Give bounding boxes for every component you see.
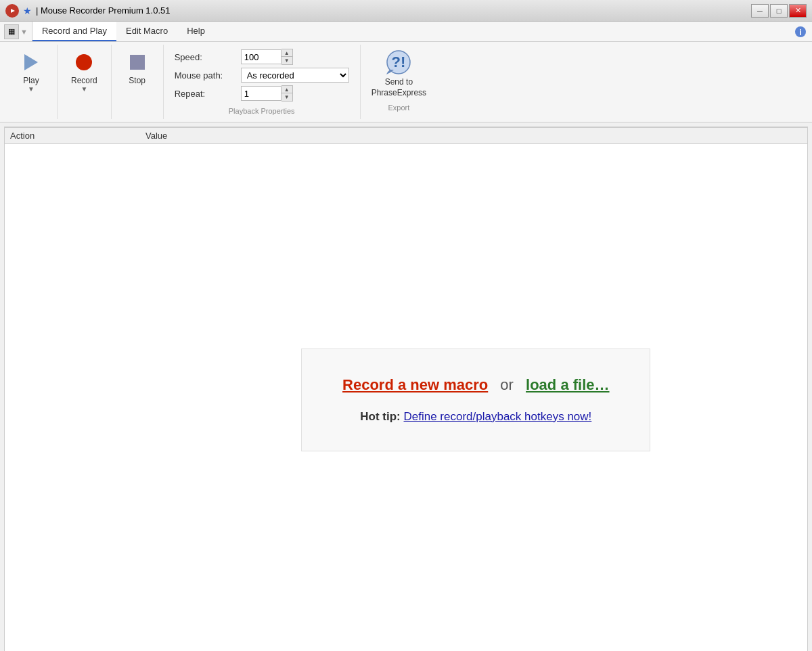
stop-buttons: Stop xyxy=(120,47,155,88)
menu-bar: ▦ ▼ Record and Play Edit Macro Help i xyxy=(0,22,812,42)
repeat-down-button[interactable]: ▼ xyxy=(281,93,292,101)
title-bar-left: ★ | Mouse Recorder Premium 1.0.51 xyxy=(5,4,170,18)
mouse-path-label: Mouse path: xyxy=(175,70,235,81)
window-controls: ─ □ ✕ xyxy=(751,4,807,18)
toolbar: Play ▼ Record ▼ Stop xyxy=(0,42,812,122)
mouse-path-select[interactable]: As recorded Straight line xyxy=(241,68,349,83)
stop-group: Stop xyxy=(112,45,164,119)
play-button[interactable]: Play ▼ xyxy=(14,47,49,95)
play-group: Play ▼ xyxy=(5,45,58,119)
record-dropdown-icon: ▼ xyxy=(81,85,87,93)
menu-icon: ▦ xyxy=(4,24,19,39)
pin-icon: ★ xyxy=(23,5,32,16)
title-bar-title: | Mouse Recorder Premium 1.0.51 xyxy=(36,5,170,16)
repeat-input[interactable] xyxy=(241,86,281,101)
record-button[interactable]: Record ▼ xyxy=(66,47,103,95)
maximize-button[interactable]: □ xyxy=(770,4,788,18)
stop-label: Stop xyxy=(129,76,145,85)
load-file-link[interactable]: load a file… xyxy=(526,376,609,393)
info-icon: i xyxy=(794,26,807,38)
main-area: Action Value Record a new macro or load … xyxy=(4,127,808,651)
repeat-input-group: ▲ ▼ xyxy=(241,85,293,102)
menu-item-help[interactable]: Help xyxy=(177,22,215,41)
empty-state-message: Record a new macro or load a file… Hot t… xyxy=(301,349,650,451)
play-buttons: Play ▼ xyxy=(14,47,49,95)
record-icon xyxy=(72,50,96,74)
play-label: Play xyxy=(23,76,39,85)
close-button[interactable]: ✕ xyxy=(789,4,807,18)
speed-label: Speed: xyxy=(175,52,235,62)
speed-down-button[interactable]: ▼ xyxy=(281,57,292,64)
menu-chevron-icon: ▼ xyxy=(20,28,28,36)
svg-text:?!: ?! xyxy=(392,53,406,70)
menu-item-record-and-play[interactable]: Record and Play xyxy=(32,22,116,41)
menu-right-icon: i xyxy=(789,22,812,41)
menu-item-edit-macro[interactable]: Edit Macro xyxy=(116,22,177,41)
export-label: Send toPhraseExpress xyxy=(371,77,426,98)
stop-button[interactable]: Stop xyxy=(120,47,155,88)
or-text: or xyxy=(500,376,514,393)
table-header: Action Value xyxy=(5,127,807,144)
record-group: Record ▼ xyxy=(58,45,112,119)
repeat-up-button[interactable]: ▲ xyxy=(281,86,292,93)
mouse-path-input-group: As recorded Straight line xyxy=(241,68,349,83)
hot-tip-label: Hot tip: xyxy=(360,410,403,423)
repeat-label: Repeat: xyxy=(175,89,235,99)
send-to-phraseexpress-button[interactable]: ?! Send toPhraseExpress xyxy=(371,49,426,98)
repeat-spinner: ▲ ▼ xyxy=(281,85,293,102)
speed-input-group: ▲ ▼ xyxy=(241,49,293,65)
repeat-row: Repeat: ▲ ▼ xyxy=(175,85,349,102)
phraseexpress-icon: ?! xyxy=(385,49,412,76)
stop-icon xyxy=(125,50,150,74)
table-content: Record a new macro or load a file… Hot t… xyxy=(5,144,807,651)
column-value-header: Value xyxy=(145,131,167,141)
column-action-header: Action xyxy=(10,131,145,141)
svg-text:i: i xyxy=(799,28,801,37)
play-icon xyxy=(19,50,43,74)
record-buttons: Record ▼ xyxy=(66,47,103,95)
define-hotkeys-link[interactable]: Define record/playback hotkeys now! xyxy=(403,410,591,423)
speed-spinner: ▲ ▼ xyxy=(281,49,293,65)
title-bar: ★ | Mouse Recorder Premium 1.0.51 ─ □ ✕ xyxy=(0,0,812,22)
mouse-path-row: Mouse path: As recorded Straight line xyxy=(175,68,349,83)
menu-icon-area: ▦ ▼ xyxy=(0,22,32,41)
playback-properties-label: Playback Properties xyxy=(175,107,349,115)
play-dropdown-icon: ▼ xyxy=(28,85,35,93)
export-group: ?! Send toPhraseExpress Export xyxy=(361,45,437,119)
minimize-button[interactable]: ─ xyxy=(751,4,769,18)
hot-tip-line: Hot tip: Define record/playback hotkeys … xyxy=(342,410,609,424)
record-label: Record xyxy=(71,76,97,85)
speed-row: Speed: ▲ ▼ xyxy=(175,49,349,65)
macro-line: Record a new macro or load a file… xyxy=(342,376,609,394)
content-wrapper: Action Value Record a new macro or load … xyxy=(0,122,812,651)
export-group-label: Export xyxy=(388,104,409,112)
record-new-macro-link[interactable]: Record a new macro xyxy=(342,376,488,393)
speed-up-button[interactable]: ▲ xyxy=(281,49,292,57)
app-logo-icon xyxy=(5,4,19,18)
speed-input[interactable] xyxy=(241,49,281,64)
playback-properties-group: Speed: ▲ ▼ Mouse path: As recorded Strai… xyxy=(164,45,361,119)
